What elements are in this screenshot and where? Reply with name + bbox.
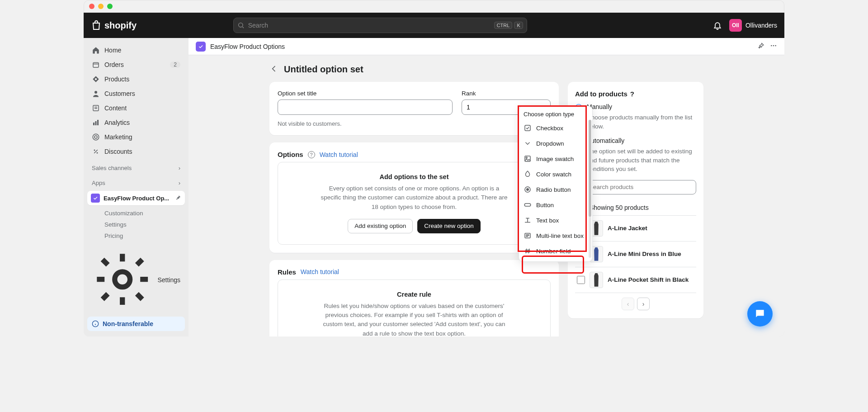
- radio-automatically[interactable]: Automatically: [575, 137, 696, 145]
- radio-button-icon: [524, 185, 532, 194]
- options-empty-panel: Add options to the set Every option set …: [278, 162, 551, 245]
- option-type-label: Button: [536, 202, 554, 208]
- search-shortcut: CTRL K: [494, 22, 523, 29]
- nav-marketing[interactable]: Marketing: [87, 130, 185, 144]
- option-type-multi-line-text-box[interactable]: Multi-line text box: [519, 228, 592, 243]
- product-checkbox[interactable]: [577, 276, 585, 284]
- app-header-title: EasyFlow Product Options: [210, 43, 285, 50]
- nav-customers[interactable]: Customers: [87, 87, 185, 100]
- content-icon: [92, 104, 100, 112]
- svg-point-19: [527, 189, 529, 191]
- subnav-customization[interactable]: Customization: [100, 208, 185, 218]
- option-type-dropdown[interactable]: Dropdown: [519, 136, 592, 151]
- topbar: shopify Search CTRL K Oll Ollivanders: [84, 13, 784, 38]
- nav-analytics[interactable]: Analytics: [87, 116, 185, 129]
- nav-products[interactable]: Products: [87, 72, 185, 86]
- gear-icon: [92, 249, 153, 311]
- popover-scrollbar[interactable]: [589, 120, 591, 258]
- macos-titlebar: [84, 0, 784, 13]
- macos-close[interactable]: [89, 4, 94, 9]
- select-all-row[interactable]: Showing 50 products: [575, 200, 696, 216]
- panel-desc: Rules let you hide/show options or value…: [319, 302, 509, 336]
- subnav-settings[interactable]: Settings: [100, 219, 185, 230]
- option-type-label: Text box: [536, 217, 559, 224]
- svg-point-9: [115, 271, 130, 287]
- nav-discounts[interactable]: Discounts: [87, 145, 185, 158]
- macos-zoom[interactable]: [107, 4, 113, 9]
- option-type-checkbox[interactable]: Checkbox: [519, 120, 592, 136]
- watch-tutorial-link[interactable]: Watch tutorial: [301, 268, 339, 275]
- user-name: Ollivanders: [745, 22, 777, 29]
- dropdown-icon: [524, 139, 532, 147]
- notifications-icon[interactable]: [713, 21, 722, 30]
- nav-home-label: Home: [104, 47, 121, 54]
- nav-home[interactable]: Home: [87, 43, 185, 57]
- chat-fab[interactable]: [747, 301, 773, 327]
- option-type-label: Multi-line text box: [536, 232, 584, 239]
- button-icon: [524, 201, 532, 209]
- macos-minimize[interactable]: [98, 4, 104, 9]
- info-icon[interactable]: ?: [630, 90, 634, 98]
- sidebar: Home Orders 2 Products Customers Content: [84, 38, 189, 336]
- subnav-pricing[interactable]: Pricing: [100, 231, 185, 241]
- product-row[interactable]: A-Line Jacket: [575, 216, 696, 242]
- option-set-title-label: Option set title: [278, 90, 453, 97]
- svg-point-2: [94, 91, 97, 94]
- nav-content[interactable]: Content: [87, 101, 185, 115]
- pin-icon[interactable]: [175, 194, 181, 202]
- option-type-button[interactable]: Button: [519, 197, 592, 213]
- option-type-label: Radio button: [536, 186, 571, 193]
- product-name: A-Line Mini Dress in Blue: [608, 251, 681, 257]
- back-arrow-icon[interactable]: [269, 64, 278, 75]
- search-products-input[interactable]: [575, 180, 696, 194]
- watch-tutorial-link[interactable]: Watch tutorial: [320, 151, 358, 158]
- option-type-number-field[interactable]: Number field: [519, 243, 592, 259]
- number-field-icon: [524, 247, 532, 255]
- option-type-image-swatch[interactable]: Image swatch: [519, 151, 592, 166]
- product-name: A-Line Jacket: [608, 225, 647, 232]
- user-menu[interactable]: Oll Ollivanders: [729, 19, 777, 32]
- discounts-icon: [92, 147, 100, 156]
- nav-customers-label: Customers: [104, 90, 135, 97]
- global-search[interactable]: Search CTRL K: [233, 18, 527, 33]
- option-type-color-swatch[interactable]: Color swatch: [519, 166, 592, 182]
- shopify-bag-icon: [91, 20, 102, 31]
- add-existing-option-button[interactable]: Add existing option: [348, 219, 413, 233]
- info-icon[interactable]: ?: [308, 151, 315, 158]
- easyflow-app-icon: [91, 194, 100, 203]
- option-type-radio-button[interactable]: Radio button: [519, 182, 592, 197]
- option-type-text-box[interactable]: Text box: [519, 213, 592, 228]
- create-new-option-button[interactable]: Create new option: [417, 219, 481, 233]
- radio-manually[interactable]: Manually: [575, 103, 696, 111]
- pinned-app-easyflow[interactable]: EasyFlow Product Op...: [87, 191, 185, 205]
- svg-point-8: [94, 136, 97, 138]
- pin-icon[interactable]: [757, 42, 764, 51]
- apps-heading: Apps ›: [87, 174, 185, 188]
- nav-orders-label: Orders: [104, 61, 124, 68]
- chevron-right-icon[interactable]: ›: [179, 165, 180, 171]
- shopify-logo[interactable]: shopify: [91, 20, 137, 31]
- pagination: ‹ ›: [575, 298, 696, 310]
- rank-label: Rank: [462, 90, 551, 97]
- product-row[interactable]: A-Line Mini Dress in Blue: [575, 242, 696, 267]
- text-box-icon: [524, 216, 532, 224]
- rules-heading: Rules: [278, 268, 296, 276]
- more-icon[interactable]: [770, 42, 777, 51]
- next-page-button[interactable]: ›: [637, 298, 650, 310]
- option-type-label: Dropdown: [536, 140, 564, 147]
- main-pane: EasyFlow Product Options Untitled option…: [189, 38, 784, 336]
- option-type-label: Image swatch: [536, 156, 574, 162]
- app-header: EasyFlow Product Options: [189, 38, 784, 55]
- chevron-right-icon[interactable]: ›: [179, 180, 180, 186]
- option-type-popover: Choose option type CheckboxDropdownImage…: [519, 106, 593, 262]
- svg-point-12: [773, 45, 774, 47]
- nav-orders[interactable]: Orders 2: [87, 58, 185, 71]
- option-type-label: Color swatch: [536, 171, 571, 178]
- product-row[interactable]: A-Line Pocket Shift in Black: [575, 267, 696, 293]
- avatar: Oll: [729, 19, 742, 32]
- search-icon: [237, 22, 245, 29]
- nav-settings[interactable]: Settings: [87, 246, 185, 314]
- non-transferable-badge[interactable]: Non-transferable: [87, 317, 185, 331]
- prev-page-button[interactable]: ‹: [622, 298, 634, 310]
- option-set-title-input[interactable]: [278, 99, 453, 115]
